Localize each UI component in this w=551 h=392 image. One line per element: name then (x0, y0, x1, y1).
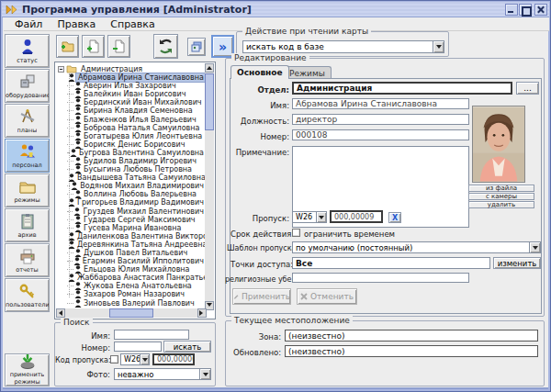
tree-item[interactable]: Бирина Клавдия Семеновна (56, 106, 206, 115)
tree-item[interactable]: Душков Павел Витальевич (56, 249, 206, 257)
photo-delete-button[interactable]: удалить (468, 201, 534, 208)
photos-button[interactable] (187, 38, 206, 56)
pass-code-input[interactable]: 000,00009 (330, 210, 383, 223)
tree-item[interactable]: Водянов Михаил Владимирович (56, 182, 206, 190)
photo-from-camera-button[interactable]: с камеры (468, 193, 534, 200)
tree-guide (67, 119, 73, 120)
chevron-down-icon[interactable] (433, 41, 444, 52)
number-field[interactable]: 000108 (292, 129, 469, 140)
tree-item[interactable]: Богатырева Юлия Леонтьевна (56, 132, 206, 140)
tree-item[interactable]: Боброва Наталья Самуиловна (56, 124, 206, 132)
access-points-field[interactable]: Все (292, 257, 490, 269)
tree-item[interactable]: Балейкин Иван Борисович (56, 90, 206, 98)
tree-item[interactable]: Григорьев Владимир Вадимович (56, 198, 206, 207)
sidebar-item-personnel[interactable]: персонал (5, 139, 50, 173)
tree-item[interactable]: Бердинский Иван Михайлович (56, 98, 206, 106)
sidebar-item-archive[interactable]: архив (5, 208, 50, 242)
remove-person-button[interactable] (107, 35, 130, 58)
sidebar-item-modes[interactable]: режимы (5, 174, 50, 207)
minimize-icon[interactable] (505, 4, 518, 16)
tree-item[interactable]: Груздев Михаил Валентинович (56, 207, 206, 216)
tree-guide (67, 169, 73, 170)
tab-modes[interactable]: Режимы (283, 66, 332, 79)
sidebar-item-reports[interactable]: отчеты (5, 243, 50, 277)
refresh-button[interactable] (153, 34, 178, 59)
chevron-down-icon[interactable] (316, 212, 326, 222)
menu-file[interactable]: Файл (8, 18, 49, 30)
scroll-left-icon[interactable] (56, 308, 65, 318)
department-browse-button[interactable]: ... (516, 82, 539, 95)
photo-from-file-button[interactable]: из файла (468, 185, 534, 192)
tree-item-label: Блаженков Илья Валерьевич (82, 116, 198, 124)
pass-template-value: по умолчанию (постоянный) (293, 243, 529, 252)
person-icon (68, 274, 75, 282)
tree-item[interactable]: Воллина Любовь Валерьевна (56, 190, 206, 198)
x-icon (300, 293, 308, 300)
search-passcode-format-select[interactable]: W26 (120, 353, 150, 365)
religion-field[interactable] (292, 273, 469, 283)
card-action-select[interactable]: искать код в базе (242, 40, 444, 53)
position-field[interactable]: директор (292, 114, 469, 125)
tab-main[interactable]: Основное (231, 65, 289, 79)
access-points-change-button[interactable]: изменить (493, 257, 541, 269)
add-person-button[interactable] (82, 35, 105, 58)
tree-item[interactable]: Деревянкина Татьяна Андреевна (56, 241, 206, 249)
tree-item[interactable]: Бусыгина Любовь Петровна (56, 165, 206, 174)
tree-item[interactable]: Аверин Илья Захарович (56, 82, 206, 90)
chevron-down-icon[interactable] (529, 242, 540, 252)
tree-item[interactable]: Блаженков Илья Валерьевич (56, 115, 206, 123)
tree-guide (67, 269, 73, 270)
search-passcode-label: Код пропуска: (55, 356, 107, 364)
department-field[interactable]: Администрация (292, 82, 512, 95)
tree-expand-icon[interactable] (58, 66, 64, 73)
tree-item[interactable]: Егармин Василий Ипполитович (56, 257, 206, 265)
maximize-icon[interactable] (519, 4, 532, 16)
pass-clear-button[interactable]: X (388, 212, 401, 223)
tree-item[interactable]: Вандышева Татьяна Самуиловна (56, 174, 206, 182)
sidebar-item-status[interactable]: статус (5, 34, 50, 68)
tree-item[interactable]: Захаров Роман Назарович (56, 290, 206, 298)
vscroll-thumb[interactable] (205, 73, 214, 130)
apply-button[interactable]: Применить (232, 288, 291, 305)
title-bar[interactable]: Программа управления [Administrator] (2, 2, 549, 17)
tree-item[interactable]: Абрамова Ирина Станиславовна (56, 73, 206, 82)
menu-help[interactable]: Справка (104, 18, 161, 30)
chevron-down-icon[interactable] (199, 369, 210, 379)
close-icon[interactable] (534, 4, 547, 16)
menu-edit[interactable]: Правка (51, 18, 102, 30)
name-field[interactable]: Абрамова Ирина Станиславовна (292, 98, 469, 109)
search-button[interactable]: искать (163, 341, 211, 353)
tree-hscrollbar[interactable] (56, 308, 207, 318)
sidebar-item-plans[interactable]: планы (5, 104, 50, 138)
tree-item[interactable]: Даниленкова Валентина Викторовна (56, 232, 206, 241)
sidebar-item-equipment[interactable]: оборудование (5, 69, 50, 103)
tree-item-label: Душков Павел Витальевич (82, 249, 189, 257)
scroll-up-icon[interactable] (205, 63, 214, 73)
hscroll-thumb[interactable] (109, 308, 153, 318)
tree-item[interactable]: Будилов Владимир Игоревич (56, 157, 206, 165)
tree-item[interactable]: Зиновьев Валерий Павлович (56, 299, 206, 308)
chevron-down-icon[interactable] (140, 354, 149, 364)
pass-format-select[interactable]: W26 (292, 211, 327, 223)
search-passcode-input[interactable]: 000,00000 (152, 353, 195, 365)
tree-item[interactable]: Гусева Марина Ивановна (56, 224, 206, 232)
pass-template-select[interactable]: по умолчанию (постоянный) (292, 241, 541, 253)
tree-vscrollbar[interactable] (205, 63, 214, 310)
tree-item[interactable]: Борисяк Денис Борисович (56, 140, 206, 149)
tree-item[interactable]: Бугрова Валентина Самуиловна (56, 149, 206, 157)
sidebar-item-label: оборудование (6, 92, 49, 99)
tree-item[interactable]: Жаббарова Анастасия Панкратьевна (56, 274, 206, 282)
search-number-input[interactable] (114, 342, 162, 352)
search-name-input[interactable] (114, 330, 189, 340)
apply-modes-button[interactable]: применить режимы (5, 353, 50, 386)
tree-item[interactable]: Гударев Сергей Максимович (56, 216, 206, 224)
tree-item[interactable]: Ельцова Юлия Михайловна (56, 265, 206, 274)
validity-checkbox[interactable] (292, 229, 300, 237)
tree-item[interactable]: Жукова Елена Анатольевна (56, 282, 206, 290)
cancel-button[interactable]: Отменить (297, 288, 357, 305)
sidebar-item-users[interactable]: пользователи (5, 278, 50, 312)
scroll-right-icon[interactable] (197, 308, 207, 318)
search-photo-select[interactable]: неважно (114, 368, 211, 380)
add-group-button[interactable] (56, 35, 79, 58)
search-passcode-checkbox[interactable] (110, 355, 118, 364)
